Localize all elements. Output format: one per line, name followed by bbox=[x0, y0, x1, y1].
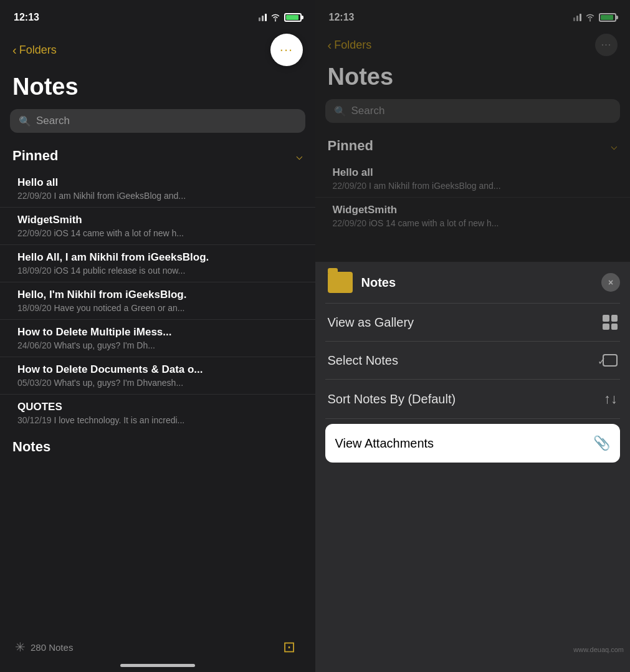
battery-icon-left bbox=[284, 13, 302, 22]
close-menu-button[interactable]: × bbox=[601, 273, 620, 292]
view-attachments-button[interactable]: View Attachments 📎 bbox=[325, 424, 621, 463]
paperclip-icon: 📎 bbox=[593, 435, 610, 451]
search-bar-left[interactable]: 🔍 Search bbox=[10, 109, 305, 133]
note-title: Hello, I'm Nikhil from iGeeksBlog. bbox=[17, 289, 303, 301]
menu-header: Notes × bbox=[325, 262, 621, 304]
right-phone-panel: 12:13 ‹ Folders ··· bbox=[315, 0, 631, 672]
status-bar-left: 12:13 bbox=[0, 0, 315, 30]
list-item[interactable]: Hello All, I am Nikhil from iGeeksBlog. … bbox=[0, 245, 315, 282]
back-label-left: Folders bbox=[19, 44, 57, 57]
list-item[interactable]: How to Delete Multiple iMess... 24/06/20… bbox=[0, 320, 315, 357]
spinner-icon: ✳ bbox=[15, 640, 26, 655]
close-icon: × bbox=[608, 277, 613, 287]
grid-icon bbox=[603, 315, 618, 330]
pinned-section-header: Pinned ⌵ bbox=[0, 143, 315, 170]
more-options-button[interactable]: ··· bbox=[270, 34, 303, 66]
left-phone-panel: 12:13 ‹ Folders ··· bbox=[0, 0, 315, 672]
compose-icon: ⊡ bbox=[283, 638, 295, 656]
signal-icon-left bbox=[259, 14, 267, 21]
note-meta: 18/09/20 iOS 14 public release is out no… bbox=[17, 266, 303, 276]
notes-list-left: Hello all 22/09/20 I am Nikhil from iGee… bbox=[0, 170, 315, 431]
ellipsis-icon: ··· bbox=[280, 42, 293, 58]
notes-section-label: Notes bbox=[0, 431, 315, 460]
sort-notes-button[interactable]: Sort Notes By (Default) ↑↓ bbox=[325, 380, 621, 419]
list-item[interactable]: How to Delete Documents & Data o... 05/0… bbox=[0, 357, 315, 395]
menu-sheet: Notes × View as Gallery Select Notes ✓ bbox=[315, 262, 631, 672]
view-as-gallery-button[interactable]: View as Gallery bbox=[325, 304, 621, 342]
sort-icon: ↑↓ bbox=[604, 391, 618, 407]
note-title: Hello All, I am Nikhil from iGeeksBlog. bbox=[17, 251, 303, 264]
note-meta: 30/12/19 I love technology. It is an inc… bbox=[17, 415, 303, 425]
note-title: QUOTES bbox=[17, 401, 303, 413]
chevron-down-icon[interactable]: ⌵ bbox=[296, 149, 303, 163]
svg-point-0 bbox=[274, 20, 275, 21]
select-notes-label: Select Notes bbox=[328, 353, 398, 368]
select-notes-button[interactable]: Select Notes ✓ bbox=[325, 342, 621, 380]
menu-folder-title: Notes bbox=[361, 276, 396, 290]
status-time-left: 12:13 bbox=[14, 12, 39, 23]
notes-count: 280 Notes bbox=[31, 642, 73, 653]
note-meta: 22/09/20 iOS 14 came with a lot of new h… bbox=[17, 228, 303, 238]
note-title: Hello all bbox=[17, 176, 303, 189]
search-placeholder-left: Search bbox=[36, 115, 70, 127]
back-button-left[interactable]: ‹ Folders bbox=[12, 43, 57, 57]
note-meta: 24/06/20 What's up, guys? I'm Dh... bbox=[17, 340, 303, 350]
pinned-label: Pinned bbox=[12, 148, 58, 164]
search-icon-left: 🔍 bbox=[19, 115, 31, 127]
wifi-icon-left bbox=[270, 13, 281, 22]
compose-button[interactable]: ⊡ bbox=[278, 636, 300, 658]
status-icons-left bbox=[259, 13, 302, 22]
view-gallery-label: View as Gallery bbox=[328, 315, 414, 330]
nav-bar-left: ‹ Folders ··· bbox=[0, 30, 315, 69]
note-meta: 05/03/20 What's up, guys? I'm Dhvanesh..… bbox=[17, 378, 303, 388]
home-indicator-left bbox=[120, 664, 195, 667]
note-meta: 18/09/20 Have you noticed a Green or an.… bbox=[17, 303, 303, 313]
page-title-left: Notes bbox=[0, 69, 315, 109]
list-item[interactable]: QUOTES 30/12/19 I love technology. It is… bbox=[0, 395, 315, 431]
note-title: WidgetSmith bbox=[17, 214, 303, 226]
list-item[interactable]: WidgetSmith 22/09/20 iOS 14 came with a … bbox=[0, 208, 315, 245]
back-arrow-icon-left: ‹ bbox=[12, 43, 17, 57]
dim-overlay bbox=[315, 0, 631, 268]
sort-notes-label: Sort Notes By (Default) bbox=[328, 392, 456, 406]
notes-count-area: ✳ 280 Notes bbox=[15, 640, 73, 655]
note-title: How to Delete Multiple iMess... bbox=[17, 326, 303, 338]
note-title: How to Delete Documents & Data o... bbox=[17, 363, 303, 376]
view-attachments-label: View Attachments bbox=[335, 436, 434, 451]
note-meta: 22/09/20 I am Nikhil from iGeeksBlog and… bbox=[17, 191, 303, 201]
watermark: www.deuaq.com bbox=[573, 646, 624, 653]
select-icon: ✓ bbox=[598, 353, 618, 368]
list-item[interactable]: Hello, I'm Nikhil from iGeeksBlog. 18/09… bbox=[0, 282, 315, 320]
list-item[interactable]: Hello all 22/09/20 I am Nikhil from iGee… bbox=[0, 170, 315, 208]
folder-icon bbox=[328, 272, 353, 293]
